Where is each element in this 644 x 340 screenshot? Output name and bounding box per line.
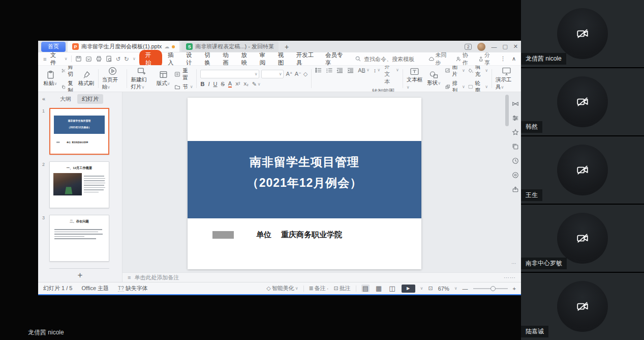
participant-tile[interactable]: 王生 xyxy=(521,136,644,204)
notes-toggle-button[interactable]: ≣备注· xyxy=(309,285,329,292)
slide-org-row[interactable]: 单位 重庆商务职业学院 xyxy=(212,230,342,240)
zoom-out-button[interactable]: — xyxy=(463,286,468,292)
more-menu-icon[interactable]: ⋮ xyxy=(500,55,506,62)
sync-status[interactable]: 未同步 xyxy=(428,51,450,67)
line-spacing-button[interactable]: ↕∨ xyxy=(374,67,380,73)
window-layout-badge[interactable]: 2 xyxy=(465,44,472,50)
smart-beautify-button[interactable]: ◇智能美化∨ xyxy=(266,285,298,292)
new-slide-button[interactable]: 新建幻灯片∨ xyxy=(131,67,152,91)
shapes-button[interactable]: 形状∨ xyxy=(426,71,442,87)
play-options-caret[interactable]: ∨ xyxy=(420,286,423,291)
format-painter-button[interactable]: 格式刷 xyxy=(78,71,95,87)
slide-editor[interactable]: 南非留学生项目管理 （2021年12月例会） 单位 重庆商务职业学院 xyxy=(188,98,421,269)
undo-icon[interactable]: ↺ xyxy=(116,55,121,63)
slideshow-play-button[interactable]: ▶ xyxy=(402,285,415,293)
collapse-panel-icon[interactable]: « xyxy=(42,96,45,102)
paste-button[interactable]: 粘贴∨ xyxy=(42,70,58,87)
maximize-button[interactable]: ▢ xyxy=(502,43,507,50)
comments-button[interactable]: ⊡批注 xyxy=(333,285,350,292)
slide-thumbnail-1[interactable]: 南非留学生项目管理 （2021年12月例会） 单位 重庆商务职业学院 xyxy=(49,108,109,155)
zoom-slider[interactable] xyxy=(473,288,508,289)
menu-insert[interactable]: 插入 xyxy=(166,51,180,67)
zoom-in-button[interactable]: + xyxy=(513,286,516,292)
cut-button[interactable]: 剪切 xyxy=(62,65,75,78)
notes-more-icon[interactable]: ⋯⋯ xyxy=(504,274,516,281)
bullets-button[interactable] xyxy=(315,67,322,73)
history-caret-icon[interactable]: ∨ xyxy=(133,56,136,61)
hamburger-icon[interactable]: ≡ xyxy=(43,56,47,62)
skin-settings-icon[interactable] xyxy=(512,100,519,107)
menu-animation[interactable]: 动画 xyxy=(221,51,235,67)
editor-canvas[interactable]: 南非留学生项目管理 （2021年12月例会） 单位 重庆商务职业学院 xyxy=(122,92,521,272)
menu-member[interactable]: 会员专享 xyxy=(323,51,349,67)
add-slide-button[interactable]: + xyxy=(38,269,122,282)
slide-thumbnail-2[interactable]: 一、12月工作概要 xyxy=(49,161,109,208)
collapse-ribbon-icon[interactable]: ∧ xyxy=(512,55,516,62)
underline-button[interactable]: U xyxy=(213,81,218,87)
fit-page-icon[interactable]: ⊡ xyxy=(428,285,433,292)
outline-button[interactable]: 轮廓∨ xyxy=(468,80,488,93)
font-size-combo[interactable]: ∨ xyxy=(261,70,284,78)
text-box-button[interactable]: 文本框∨ xyxy=(407,68,423,90)
picture-button[interactable]: 图片∨ xyxy=(445,65,465,78)
search-input[interactable] xyxy=(363,55,425,63)
timer-icon[interactable] xyxy=(512,157,519,164)
print-icon[interactable] xyxy=(96,55,102,62)
bold-button[interactable]: B xyxy=(200,81,204,87)
theme-name[interactable]: Office 主题 xyxy=(81,285,109,292)
decrease-indent-button[interactable] xyxy=(336,67,343,73)
share-button[interactable]: 分享 xyxy=(478,51,494,67)
arrange-button[interactable]: 排列∨ xyxy=(445,80,465,93)
numbering-button[interactable] xyxy=(326,67,332,73)
strip-more-icon[interactable]: ⋯ xyxy=(511,261,517,266)
new-tab-button[interactable]: + xyxy=(281,43,293,51)
menu-view[interactable]: 视图 xyxy=(276,51,291,67)
save-icon[interactable] xyxy=(75,55,82,62)
export-pane-icon[interactable] xyxy=(512,186,519,193)
increase-font-icon[interactable]: A⁺ xyxy=(286,71,292,77)
increase-indent-button[interactable] xyxy=(347,67,354,73)
reading-view-button[interactable]: ◫ xyxy=(388,285,396,292)
reset-button[interactable]: 重置 xyxy=(174,67,193,81)
minimize-button[interactable]: — xyxy=(491,44,497,50)
font-color-button[interactable]: A xyxy=(228,80,232,88)
account-avatar[interactable] xyxy=(477,43,485,51)
layout-button[interactable]: 版式∨ xyxy=(155,70,171,87)
zoom-slider-knob[interactable] xyxy=(490,286,496,291)
section-button[interactable]: 节∨ xyxy=(174,83,193,91)
print-preview-icon[interactable] xyxy=(106,55,112,62)
file-menu[interactable]: 文件 xyxy=(50,51,61,67)
tab-outline[interactable]: 大纲 xyxy=(60,95,71,103)
superscript-button[interactable]: X² xyxy=(235,81,240,87)
text-direction-button[interactable]: AB̲∨ xyxy=(358,67,370,73)
presentation-tools-button[interactable]: 演示工具∨ xyxy=(496,67,517,91)
effects-icon[interactable] xyxy=(512,129,519,136)
redo-icon[interactable]: ↻ xyxy=(124,55,129,63)
notes-bar[interactable]: ≡ 单击此处添加备注 ⋯⋯ xyxy=(122,272,521,282)
participant-tile[interactable]: 韩然 xyxy=(521,68,644,135)
vertical-scrollbar[interactable] xyxy=(505,95,509,126)
position-icon[interactable] xyxy=(512,172,519,179)
object-pane-icon[interactable] xyxy=(512,143,519,150)
command-search[interactable] xyxy=(355,55,425,63)
slide-title-band[interactable]: 南非留学生项目管理 （2021年12月例会） xyxy=(188,141,421,218)
home-tab[interactable]: 首页 xyxy=(41,42,66,52)
start-from-page-button[interactable]: 当页开始∨ xyxy=(102,67,124,91)
clear-format-icon[interactable]: ◇ xyxy=(303,71,308,77)
document-tab-active[interactable]: P 南非留学生月度例会模板(1).pptx ☁ xyxy=(68,41,179,52)
properties-icon[interactable] xyxy=(512,115,519,122)
normal-view-button[interactable]: ▤ xyxy=(361,285,370,292)
sheet-tab-inactive[interactable]: S 南非班课程表定稿...) - 发回特莱 xyxy=(181,41,279,52)
menu-review[interactable]: 审阅 xyxy=(258,51,272,67)
menu-slideshow[interactable]: 放映 xyxy=(239,51,254,67)
menu-devtools[interactable]: 开发工具 xyxy=(294,51,320,67)
fill-button[interactable]: 填充∨ xyxy=(468,65,488,78)
export-icon[interactable] xyxy=(85,55,92,62)
tab-slides[interactable]: 幻灯片 xyxy=(77,94,103,104)
participant-tile[interactable]: 南非中心罗敏 xyxy=(521,205,644,272)
missing-font-button[interactable]: T? 缺失字体 xyxy=(118,285,148,292)
slide-thumbnail-4[interactable] xyxy=(49,268,109,269)
sorter-view-button[interactable]: ▦ xyxy=(375,285,383,292)
italic-button[interactable]: I xyxy=(208,81,209,87)
font-name-combo[interactable]: ∨ xyxy=(200,70,259,78)
